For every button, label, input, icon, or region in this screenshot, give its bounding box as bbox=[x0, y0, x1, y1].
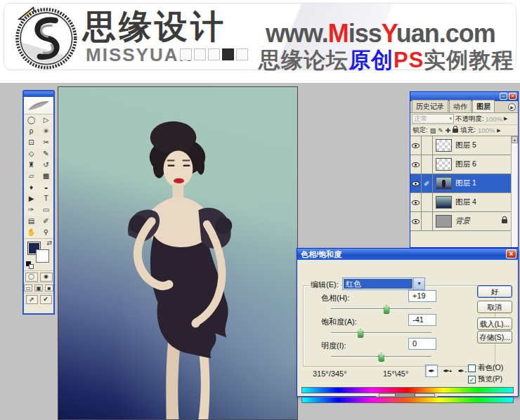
lock-pixels-icon[interactable]: ✎ bbox=[438, 127, 443, 134]
layer-name[interactable]: 图层 1 bbox=[455, 178, 476, 188]
lock-transparency-icon[interactable]: ▨ bbox=[430, 127, 436, 134]
tab-layers[interactable]: 图层 bbox=[472, 100, 495, 112]
tool-crop[interactable]: ⊡ bbox=[24, 137, 39, 148]
layer-thumbnail[interactable] bbox=[436, 139, 452, 152]
lightness-slider-thumb[interactable] bbox=[378, 353, 384, 362]
lock-position-icon[interactable]: ✚ bbox=[446, 127, 451, 134]
scroll-up-icon[interactable]: ▲ bbox=[512, 136, 518, 143]
tool-brush[interactable]: ✎ bbox=[39, 148, 53, 159]
visibility-toggle[interactable] bbox=[410, 174, 422, 192]
tool-zoom[interactable]: ⚲ bbox=[39, 227, 53, 238]
tool-clone-stamp[interactable]: ♜ bbox=[24, 159, 39, 171]
tab-history[interactable]: 历史记录 bbox=[412, 100, 448, 112]
lightness-input[interactable]: 0 bbox=[408, 338, 436, 350]
tool-move[interactable]: ▷ bbox=[39, 114, 53, 126]
lock-row: 锁定: ▨ ✎ ✚ 填充: 100% ▶ bbox=[410, 125, 518, 136]
eyedropper-add-button[interactable]: ✒+ bbox=[440, 365, 453, 377]
tool-type[interactable]: T bbox=[39, 193, 53, 204]
lock-all-icon[interactable] bbox=[453, 129, 458, 133]
quick-mask-mode-button[interactable]: ◉ bbox=[40, 273, 53, 282]
standard-mode-button[interactable]: ◯ bbox=[25, 273, 38, 282]
imageready-check-icon[interactable]: ✔ bbox=[40, 295, 52, 304]
minimize-button[interactable]: – bbox=[500, 93, 507, 100]
layer-row-background[interactable]: 背景 bbox=[410, 212, 511, 231]
layer-thumbnail[interactable] bbox=[436, 158, 452, 171]
preview-checkbox[interactable]: ✓ bbox=[468, 376, 476, 383]
jump-to-imageready-button[interactable]: ⇗ bbox=[26, 295, 38, 304]
tool-notes[interactable]: ▤ bbox=[24, 216, 39, 227]
tool-slice[interactable]: ✂ bbox=[39, 137, 53, 148]
default-colors-icon[interactable] bbox=[26, 261, 34, 269]
visibility-toggle[interactable] bbox=[410, 193, 422, 211]
fullscreen-button[interactable]: ■ bbox=[45, 284, 53, 291]
saturation-slider-thumb[interactable] bbox=[358, 329, 364, 338]
tool-eraser[interactable]: ▱ bbox=[24, 171, 39, 182]
blend-mode-select[interactable]: 正常 ▾ bbox=[412, 114, 454, 124]
link-cell[interactable] bbox=[422, 136, 433, 155]
close-icon[interactable]: × bbox=[509, 93, 516, 100]
tool-path-select[interactable]: ▶ bbox=[24, 193, 39, 204]
fullscreen-menubar-button[interactable]: ▣ bbox=[34, 284, 43, 291]
link-cell[interactable]: ✐ bbox=[422, 174, 433, 192]
tool-dodge[interactable]: ◒ bbox=[39, 182, 53, 193]
link-cell[interactable] bbox=[422, 212, 433, 230]
standard-screen-button[interactable]: ▭ bbox=[24, 284, 32, 291]
opacity-value[interactable]: 100% bbox=[486, 115, 502, 123]
tool-shape[interactable]: ▭ bbox=[39, 204, 53, 216]
visibility-toggle[interactable] bbox=[410, 212, 422, 230]
layer-row-5[interactable]: 图层 5 bbox=[410, 136, 511, 155]
cancel-button[interactable]: 取消 bbox=[477, 301, 512, 313]
layer-row-4[interactable]: 图层 4 bbox=[410, 193, 511, 212]
saturation-slider[interactable] bbox=[331, 327, 431, 339]
layer-thumbnail[interactable] bbox=[436, 177, 452, 190]
tool-blur[interactable]: ♦ bbox=[24, 182, 39, 193]
edit-channel-select[interactable]: 红色 ▾ bbox=[342, 277, 425, 290]
lightness-slider[interactable] bbox=[331, 351, 431, 362]
ok-button[interactable]: 好 bbox=[477, 285, 512, 298]
layer-row-1-selected[interactable]: ✐ 图层 1 bbox=[410, 174, 511, 193]
tool-healing-brush[interactable]: ◇ bbox=[24, 148, 39, 159]
swap-colors-icon[interactable]: ⇄ bbox=[46, 239, 52, 247]
tool-magic-wand[interactable]: ✳ bbox=[39, 126, 53, 137]
fill-value[interactable]: 100% bbox=[478, 126, 495, 134]
tool-lasso[interactable]: ρ bbox=[24, 126, 39, 137]
hue-slider[interactable] bbox=[331, 303, 431, 315]
visibility-toggle[interactable] bbox=[410, 155, 422, 173]
tool-marquee[interactable]: ◯ bbox=[24, 114, 39, 126]
dialog-titlebar[interactable]: 色相/饱和度 × bbox=[297, 249, 518, 260]
edit-channel-value: 红色 bbox=[344, 279, 412, 289]
tool-eyedropper[interactable]: ✐ bbox=[39, 216, 53, 227]
fill-arrow-icon[interactable]: ▶ bbox=[497, 128, 500, 133]
tool-hand[interactable]: ✋ bbox=[24, 227, 39, 238]
visibility-toggle[interactable] bbox=[410, 136, 422, 155]
link-cell[interactable] bbox=[422, 155, 433, 173]
tool-pen[interactable]: ✑ bbox=[24, 204, 39, 216]
save-button[interactable]: 存储(S)... bbox=[477, 331, 512, 343]
opacity-arrow-icon[interactable]: ▶ bbox=[504, 116, 507, 122]
slider-track bbox=[331, 332, 431, 334]
hue-slider-thumb[interactable] bbox=[384, 305, 390, 314]
layer-thumbnail[interactable] bbox=[436, 196, 452, 209]
tool-history-brush[interactable]: ↺ bbox=[39, 159, 53, 171]
layer-row-6[interactable]: 图层 6 bbox=[410, 155, 511, 174]
layer-thumbnail[interactable] bbox=[436, 215, 452, 228]
layer-name[interactable]: 图层 5 bbox=[455, 140, 476, 150]
layer-name[interactable]: 图层 4 bbox=[455, 197, 476, 207]
tools-titlebar[interactable] bbox=[24, 91, 53, 97]
saturation-input[interactable]: -41 bbox=[408, 314, 436, 326]
eyedropper-subtract-button[interactable]: ✒- bbox=[455, 365, 467, 377]
colorize-checkbox[interactable] bbox=[468, 365, 476, 372]
link-cell[interactable] bbox=[422, 193, 433, 211]
background-color-swatch[interactable] bbox=[36, 249, 49, 263]
load-button[interactable]: 载入(L)... bbox=[477, 317, 512, 330]
panel-menu-icon[interactable]: ▶ bbox=[508, 103, 516, 111]
tool-gradient[interactable]: ▩ bbox=[39, 171, 53, 182]
canvas-document[interactable] bbox=[58, 86, 298, 420]
layer-name[interactable]: 图层 6 bbox=[455, 159, 476, 169]
layer-name[interactable]: 背景 bbox=[455, 216, 470, 226]
hue-input[interactable]: +19 bbox=[408, 290, 436, 302]
tab-actions[interactable]: 动作 bbox=[449, 100, 472, 112]
eyedropper-button[interactable]: ✒ bbox=[425, 365, 438, 377]
layers-scrollbar[interactable]: ▲ bbox=[511, 136, 518, 247]
close-icon[interactable]: × bbox=[506, 249, 516, 258]
